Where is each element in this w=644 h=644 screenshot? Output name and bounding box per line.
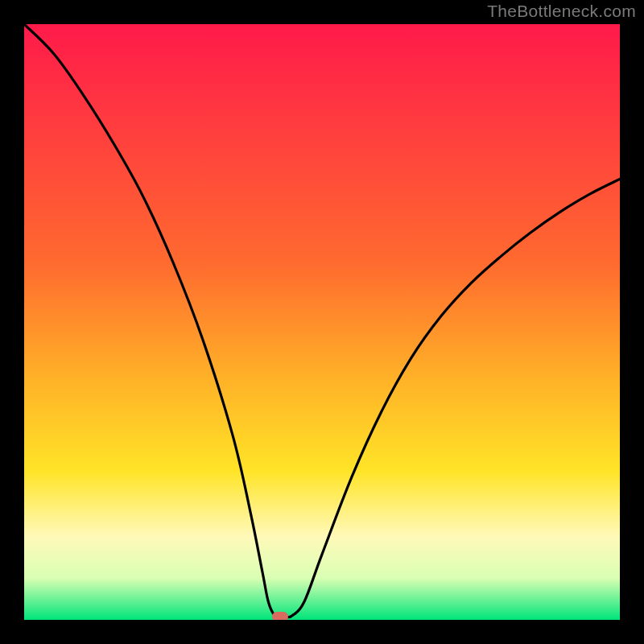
chart-frame: TheBottleneck.com: [0, 0, 644, 644]
watermark-text: TheBottleneck.com: [487, 2, 636, 21]
optimum-marker: [272, 612, 288, 620]
curve-layer: [24, 24, 620, 620]
plot-area: [24, 24, 620, 620]
bottleneck-curve: [24, 24, 620, 617]
